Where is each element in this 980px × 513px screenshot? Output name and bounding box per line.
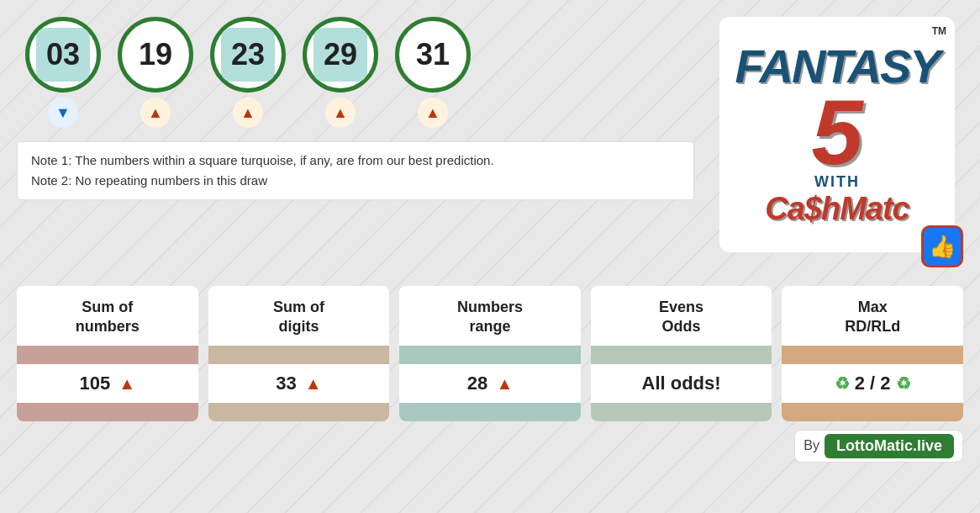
recycle-icon-left: ♻ xyxy=(835,374,850,393)
ball-container-1: 03 ▼ xyxy=(25,17,101,128)
ball-container-4: 29 ▲ xyxy=(303,17,378,128)
footer-section: By LottoMatic.live xyxy=(0,430,980,471)
ball-number-4: 29 xyxy=(324,37,357,72)
stat-number-2: 33 xyxy=(276,373,296,394)
stat-bar-bottom-3 xyxy=(399,403,581,421)
stats-section: Sum ofnumbers 105 ▲ Sum ofdigits 33 ▲ Nu… xyxy=(0,269,980,430)
stat-card-sum-numbers: Sum ofnumbers 105 ▲ xyxy=(17,286,198,421)
arrow-up-btn-3[interactable]: ▲ xyxy=(233,98,263,128)
stat-bar-top-3 xyxy=(399,346,581,364)
note-2: Note 2: No repeating numbers in this dra… xyxy=(31,171,680,191)
ball-inner-3: 23 xyxy=(221,28,275,82)
ball-container-5: 31 ▲ xyxy=(395,17,471,128)
stat-header-evens-odds: EvensOdds xyxy=(591,286,772,346)
stat-number-3: 28 xyxy=(467,373,487,394)
ball-number-2: 19 xyxy=(139,37,172,72)
cash-match-text: Ca$hMatc xyxy=(765,191,909,227)
note-1: Note 1: The numbers within a square turq… xyxy=(31,151,680,171)
stat-header-max-rd: MaxRD/RLd xyxy=(782,286,963,346)
thumbs-up-button[interactable]: 👍 xyxy=(921,225,963,267)
stat-value-evens-odds: All odds! xyxy=(591,364,772,403)
ball-number-1: 03 xyxy=(46,37,80,72)
thumbs-up-icon: 👍 xyxy=(929,234,956,260)
ball-inner-4: 29 xyxy=(313,28,367,82)
balls-row: 03 ▼ 19 ▲ xyxy=(17,17,694,128)
right-panel: TM FANTASY 5 WITH Ca$hMatc 👍 xyxy=(711,17,963,252)
stat-bar-top-1 xyxy=(17,346,198,364)
stat-card-sum-digits: Sum ofdigits 33 ▲ xyxy=(208,286,390,421)
stat-value-numbers-range: 28 ▲ xyxy=(399,364,581,403)
stat-arrow-up-1: ▲ xyxy=(119,374,135,393)
stat-header-sum-digits: Sum ofdigits xyxy=(208,286,390,346)
footer-row: By LottoMatic.live xyxy=(794,430,963,463)
ball-1: 03 xyxy=(25,17,101,93)
stat-bar-bottom-4 xyxy=(591,403,772,421)
notes-section: Note 1: The numbers within a square turq… xyxy=(17,141,694,200)
ball-5: 31 xyxy=(395,17,471,93)
stat-header-sum-numbers: Sum ofnumbers xyxy=(17,286,198,346)
main-container: 03 ▼ 19 ▲ xyxy=(0,0,980,513)
stat-bar-top-2 xyxy=(208,346,390,364)
with-text: WITH xyxy=(814,173,860,191)
stat-bar-bottom-2 xyxy=(208,403,390,421)
stat-bar-top-5 xyxy=(782,346,963,364)
stat-value-max-rd: ♻ 2 / 2 ♻ xyxy=(782,364,963,403)
stat-card-max-rd: MaxRD/RLd ♻ 2 / 2 ♻ xyxy=(782,286,963,421)
lottomatic-badge: LottoMatic.live xyxy=(825,434,954,458)
stat-bar-top-4 xyxy=(591,346,772,364)
arrow-up-btn-2[interactable]: ▲ xyxy=(140,98,171,128)
stat-value-sum-digits: 33 ▲ xyxy=(208,364,390,403)
tm-badge: TM xyxy=(932,25,946,37)
ball-2: 19 xyxy=(118,17,193,93)
by-label: By xyxy=(803,434,819,458)
stat-header-numbers-range: Numbersrange xyxy=(399,286,581,346)
stat-number-4: All odds! xyxy=(642,373,721,394)
top-section: 03 ▼ 19 ▲ xyxy=(0,0,980,261)
stat-bar-bottom-5 xyxy=(782,403,963,421)
stat-number-5: 2 / 2 xyxy=(855,373,891,394)
fantasy-5: 5 xyxy=(811,90,862,173)
ball-4: 29 xyxy=(303,17,378,93)
stat-number-1: 105 xyxy=(79,373,110,394)
stat-card-numbers-range: Numbersrange 28 ▲ xyxy=(399,286,581,421)
recycle-icon-right: ♻ xyxy=(896,374,911,393)
ball-container-3: 23 ▲ xyxy=(210,17,286,128)
arrow-down-icon-1: ▼ xyxy=(55,104,71,122)
arrow-up-btn-5[interactable]: ▲ xyxy=(418,98,448,128)
arrow-up-icon-5: ▲ xyxy=(425,104,440,122)
logo-box: TM FANTASY 5 WITH Ca$hMatc xyxy=(719,17,955,252)
arrow-up-icon-3: ▲ xyxy=(240,104,256,122)
ball-number-5: 31 xyxy=(416,37,450,72)
arrow-up-btn-4[interactable]: ▲ xyxy=(325,98,356,128)
arrow-up-icon-4: ▲ xyxy=(333,104,348,122)
ball-number-3: 23 xyxy=(231,37,265,72)
stat-value-sum-numbers: 105 ▲ xyxy=(17,364,198,403)
left-panel: 03 ▼ 19 ▲ xyxy=(17,17,694,200)
arrow-down-btn-1[interactable]: ▼ xyxy=(48,98,78,128)
stat-card-evens-odds: EvensOdds All odds! xyxy=(591,286,772,421)
stat-bar-bottom-1 xyxy=(17,403,198,421)
ball-container-2: 19 ▲ xyxy=(118,17,193,128)
ball-inner-1: 03 xyxy=(36,28,90,82)
ball-3: 23 xyxy=(210,17,286,93)
arrow-up-icon-2: ▲ xyxy=(148,104,163,122)
stat-arrow-up-3: ▲ xyxy=(496,374,513,393)
stat-arrow-up-2: ▲ xyxy=(305,374,322,393)
